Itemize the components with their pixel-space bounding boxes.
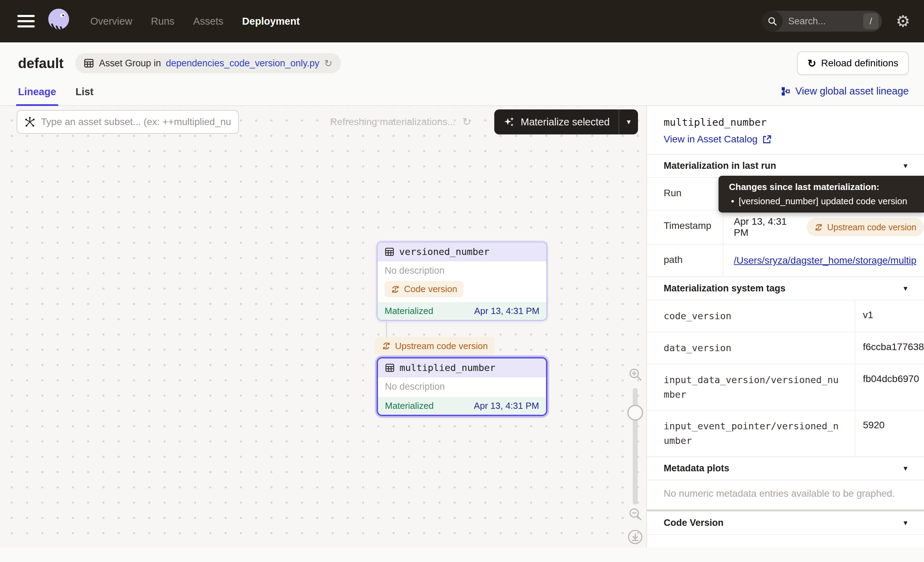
system-tag-row: input_event_pointer/versioned_number 592… xyxy=(647,410,924,457)
reload-definitions-button[interactable]: ↻ Reload definitions xyxy=(797,51,909,75)
top-nav: Overview Runs Assets Deployment / ⚙ xyxy=(0,0,924,42)
reload-icon: ↻ xyxy=(807,57,816,69)
refresh-icon[interactable]: ↻ xyxy=(462,116,471,128)
section-system-tags[interactable]: Materialization system tags▼ xyxy=(647,276,924,300)
main-nav: Overview Runs Assets Deployment xyxy=(90,16,300,27)
metadata-plots-empty-message: No numeric metadata entries available to… xyxy=(647,480,924,509)
zoom-in-icon[interactable] xyxy=(628,367,642,382)
code-version-badge-label: Code version xyxy=(404,284,457,295)
search-box[interactable]: / xyxy=(762,11,882,32)
global-lineage-icon xyxy=(781,87,790,96)
asset-group-file-link[interactable]: dependencies_code_version_only.py xyxy=(166,58,320,69)
panel-asset-title: multiplied_number xyxy=(647,106,924,128)
global-lineage-label: View global asset lineage xyxy=(795,86,909,97)
search-icon xyxy=(762,11,783,32)
nav-link-deployment[interactable]: Deployment xyxy=(242,16,300,27)
chevron-down-icon: ▼ xyxy=(902,285,909,293)
upstream-pill-label: Upstream code version xyxy=(827,222,916,232)
materialize-selected-button[interactable]: Materialize selected ▾ xyxy=(494,110,638,134)
dagster-logo-icon[interactable] xyxy=(45,8,72,35)
search-shortcut-key: / xyxy=(863,13,879,29)
view-in-asset-catalog-link[interactable]: View in Asset Catalog xyxy=(647,128,924,154)
asset-node-description: No description xyxy=(385,382,539,392)
materialized-status: Materialized xyxy=(385,400,434,411)
timestamp-label: Timestamp xyxy=(647,210,723,244)
upstream-code-version-badge[interactable]: Upstream code version xyxy=(375,337,495,355)
catalog-link-label: View in Asset Catalog xyxy=(664,134,758,145)
gear-icon[interactable]: ⚙ xyxy=(896,13,910,29)
asset-detail-panel: multiplied_number View in Asset Catalog … xyxy=(646,106,924,547)
lineage-graph-canvas[interactable]: Refreshing materializations... ↻ Materia… xyxy=(0,106,646,547)
section-metadata-plots[interactable]: Metadata plots▼ xyxy=(647,457,924,480)
asset-subset-filter[interactable] xyxy=(16,110,239,134)
timestamp-row: Timestamp Apr 13, 4:31 PM Upstream code … xyxy=(647,210,924,244)
hamburger-menu-icon[interactable] xyxy=(17,15,35,27)
external-link-icon xyxy=(762,135,772,144)
chevron-down-icon: ▼ xyxy=(902,465,909,472)
nav-link-assets[interactable]: Assets xyxy=(194,16,224,27)
asset-node-title: multiplied_number xyxy=(399,362,495,373)
refreshing-status: Refreshing materializations... ↻ xyxy=(330,116,471,128)
sync-alert-icon xyxy=(382,341,391,350)
tooltip-title: Changes since last materialization: xyxy=(729,182,917,192)
search-input[interactable] xyxy=(783,16,863,27)
asset-node-versioned-number[interactable]: versioned_number No description Code ver… xyxy=(376,241,548,321)
materialize-dropdown-caret[interactable]: ▾ xyxy=(619,110,638,134)
changes-tooltip: Changes since last materialization: [ver… xyxy=(718,176,924,213)
timestamp-value: Apr 13, 4:31 PM xyxy=(734,216,799,238)
asset-node-title: versioned_number xyxy=(399,246,489,257)
materialized-timestamp: Apr 13, 4:31 PM xyxy=(474,306,539,316)
path-label: path xyxy=(647,245,723,276)
op-selector-icon xyxy=(24,116,35,128)
reload-group-icon[interactable]: ↻ xyxy=(324,58,332,69)
zoom-out-icon[interactable] xyxy=(628,507,642,521)
path-link[interactable]: /Users/sryza/dagster_home/storage/multip xyxy=(734,255,916,266)
tooltip-item: [versioned_number] updated code version xyxy=(729,196,917,207)
tabs-row: Lineage List View global asset lineage xyxy=(0,86,924,106)
asset-group-icon xyxy=(84,58,94,68)
system-tag-row: data_version f6ccba177638 xyxy=(647,332,924,364)
run-label: Run xyxy=(647,178,723,210)
nav-link-runs[interactable]: Runs xyxy=(151,16,175,27)
refreshing-label: Refreshing materializations... xyxy=(330,116,455,128)
materialized-status: Materialized xyxy=(385,306,433,316)
section-materialization-last-run[interactable]: Materialization in last run▼ xyxy=(647,154,924,177)
sync-alert-icon xyxy=(391,285,400,294)
tab-list[interactable]: List xyxy=(76,86,94,105)
view-global-lineage-link[interactable]: View global asset lineage xyxy=(781,86,909,105)
asset-group-label: Asset Group in xyxy=(99,58,161,69)
upstream-code-version-pill[interactable]: Upstream code version xyxy=(807,218,924,236)
materialized-timestamp: Apr 13, 4:31 PM xyxy=(474,400,539,411)
tab-lineage[interactable]: Lineage xyxy=(18,86,56,105)
page-header: default Asset Group in dependencies_code… xyxy=(0,42,924,75)
code-version-value: v1 xyxy=(647,534,924,547)
asset-subset-input[interactable] xyxy=(41,116,231,128)
asset-node-description: No description xyxy=(385,265,539,276)
system-tag-row: input_data_version/versioned_number fb04… xyxy=(647,364,924,410)
table-icon xyxy=(385,247,394,257)
asset-group-pill: Asset Group in dependencies_code_version… xyxy=(75,53,340,73)
reload-definitions-label: Reload definitions xyxy=(821,58,898,69)
path-row: path /Users/sryza/dagster_home/storage/m… xyxy=(647,244,924,276)
upstream-code-version-label: Upstream code version xyxy=(395,341,488,352)
sparkle-icon xyxy=(503,116,515,128)
section-code-version[interactable]: Code Version▼ xyxy=(647,511,924,534)
asset-node-multiplied-number[interactable]: multiplied_number No description Materia… xyxy=(376,357,548,416)
download-graph-icon[interactable] xyxy=(627,529,643,545)
system-tag-row: code_version v1 xyxy=(647,300,924,332)
page-title: default xyxy=(18,56,63,71)
materialize-label: Materialize selected xyxy=(520,116,609,128)
zoom-controls xyxy=(626,367,644,545)
chevron-down-icon: ▼ xyxy=(902,162,909,170)
nav-link-overview[interactable]: Overview xyxy=(90,16,132,27)
chevron-down-icon: ▼ xyxy=(902,519,909,527)
zoom-slider-handle[interactable] xyxy=(627,405,643,421)
table-icon xyxy=(385,363,394,373)
sync-alert-icon xyxy=(814,223,823,232)
zoom-slider[interactable] xyxy=(627,388,643,505)
code-version-badge[interactable]: Code version xyxy=(385,281,464,298)
